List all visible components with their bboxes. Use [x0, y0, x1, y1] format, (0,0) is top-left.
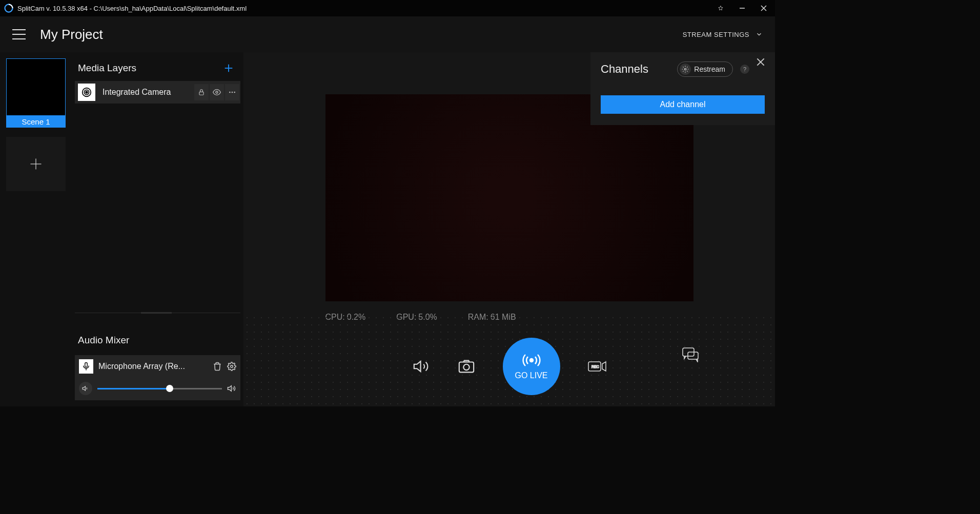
scenes-column: Scene 1 [0, 52, 72, 406]
add-channel-label: Add channel [660, 100, 706, 109]
svg-point-18 [231, 365, 233, 368]
ram-value: 61 MiB [491, 313, 516, 322]
window-titlebar: SplitCam v. 10.5.38 x64 - C:\Users\sh_ha… [0, 0, 775, 16]
mute-button[interactable] [79, 382, 92, 395]
svg-point-31 [685, 68, 687, 70]
svg-rect-16 [85, 363, 88, 367]
go-live-label: GO LIVE [515, 371, 547, 380]
snapshot-button[interactable] [458, 358, 475, 375]
audio-item: Microphone Array (Re... [75, 355, 240, 400]
bottom-controls: GO LIVE REC [243, 338, 775, 395]
media-layers-header: Media Layers [75, 58, 240, 81]
channels-title: Channels [601, 63, 670, 76]
preview-area: CPU: 0.2% GPU: 5.0% RAM: 61 MiB [243, 52, 775, 406]
pin-button[interactable] [713, 1, 728, 15]
audio-actions [213, 362, 236, 371]
scene-label: Scene 1 [6, 115, 66, 128]
main-content: Scene 1 Media Layers Integ [0, 52, 775, 406]
audio-name: Microphone Array (Re... [98, 362, 208, 371]
scene-thumbnail[interactable] [6, 58, 66, 116]
svg-marker-19 [83, 386, 85, 390]
delete-audio-button[interactable] [213, 362, 222, 371]
app-header: My Project STREAM SETTINGS [0, 16, 775, 52]
header-left: My Project [12, 27, 103, 43]
svg-point-10 [86, 91, 88, 93]
gpu-label: GPU: [396, 313, 416, 322]
cpu-label: CPU: [325, 313, 345, 322]
record-button[interactable]: REC [588, 360, 606, 373]
audio-button[interactable] [413, 358, 430, 375]
svg-marker-22 [414, 361, 420, 372]
svg-point-13 [229, 92, 231, 93]
app-logo-icon [4, 4, 13, 13]
svg-point-12 [216, 91, 218, 93]
go-live-button[interactable]: GO LIVE [503, 338, 560, 395]
lock-button[interactable] [194, 84, 209, 100]
audio-settings-button[interactable] [227, 362, 236, 371]
gpu-stat: GPU: 5.0% [396, 313, 437, 322]
restream-label: Restream [694, 65, 725, 73]
stream-settings-label: STREAM SETTINGS [683, 31, 749, 38]
audio-mixer-section: Audio Mixer Microphone Array (Re... [75, 313, 240, 400]
titlebar-left: SplitCam v. 10.5.38 x64 - C:\Users\sh_ha… [4, 4, 247, 13]
audio-mixer-header: Audio Mixer [75, 331, 240, 355]
stream-settings-button[interactable]: STREAM SETTINGS [683, 31, 763, 38]
project-title: My Project [40, 27, 103, 43]
ram-stat: RAM: 61 MiB [468, 313, 516, 322]
camera-icon [78, 84, 95, 101]
media-layers-title: Media Layers [78, 63, 136, 74]
microphone-icon [79, 359, 93, 374]
add-layer-button[interactable] [223, 63, 237, 74]
chat-button[interactable] [682, 347, 699, 362]
menu-button[interactable] [12, 29, 26, 39]
layer-name: Integrated Camera [100, 88, 189, 97]
svg-marker-27 [602, 362, 606, 371]
chevron-down-icon [756, 31, 763, 38]
audio-item-header: Microphone Array (Re... [79, 359, 236, 374]
gpu-value: 5.0% [418, 313, 437, 322]
audio-slider-row [79, 382, 236, 395]
volume-icon[interactable] [227, 384, 236, 393]
channels-header: Channels Restream ? [601, 61, 765, 77]
plus-icon [29, 157, 43, 171]
svg-rect-23 [459, 362, 473, 373]
audio-mixer-title: Audio Mixer [78, 335, 129, 346]
svg-rect-30 [688, 352, 698, 359]
svg-marker-20 [228, 386, 232, 392]
svg-point-24 [463, 364, 469, 370]
titlebar-controls [713, 1, 771, 15]
window-title: SplitCam v. 10.5.38 x64 - C:\Users\sh_ha… [17, 5, 247, 12]
add-scene-button[interactable] [6, 137, 66, 191]
broadcast-icon [521, 353, 542, 368]
channels-panel: Channels Restream ? Add channel [590, 52, 775, 125]
svg-text:REC: REC [591, 365, 599, 368]
stats-row: CPU: 0.2% GPU: 5.0% RAM: 61 MiB [325, 313, 693, 322]
scene-item[interactable]: Scene 1 [6, 58, 66, 128]
svg-point-14 [232, 92, 233, 93]
add-channel-button[interactable]: Add channel [601, 95, 765, 114]
svg-point-25 [530, 359, 533, 362]
section-divider[interactable] [75, 313, 240, 313]
slider-fill [97, 388, 170, 389]
volume-slider[interactable] [97, 388, 222, 389]
layer-item[interactable]: Integrated Camera [75, 81, 240, 104]
minimize-button[interactable] [735, 1, 749, 15]
left-sidebar: Scene 1 Media Layers Integ [0, 52, 243, 406]
close-button[interactable] [757, 1, 771, 15]
gear-icon [680, 64, 691, 75]
svg-point-15 [234, 92, 235, 93]
more-button[interactable] [225, 84, 239, 100]
cpu-value: 0.2% [347, 313, 365, 322]
layer-actions [194, 84, 239, 100]
close-channels-button[interactable] [757, 58, 765, 66]
cpu-stat: CPU: 0.2% [325, 313, 366, 322]
slider-thumb[interactable] [166, 385, 173, 392]
layers-list: Integrated Camera [75, 81, 240, 313]
restream-button[interactable]: Restream [677, 61, 733, 77]
help-button[interactable]: ? [740, 65, 749, 74]
layers-column: Media Layers Integrated Camera [72, 52, 243, 406]
visibility-button[interactable] [210, 84, 224, 100]
video-preview[interactable] [325, 94, 693, 301]
svg-rect-11 [199, 92, 203, 95]
ram-label: RAM: [468, 313, 488, 322]
